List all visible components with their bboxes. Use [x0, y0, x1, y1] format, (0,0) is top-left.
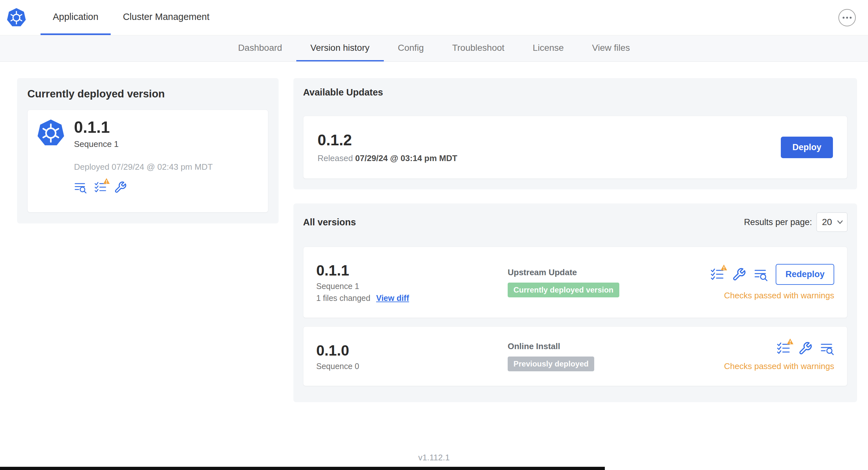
all-versions-header: All versions Results per page: 20 — [303, 212, 847, 232]
ellipsis-icon — [843, 17, 844, 19]
available-update-row: 0.1.2 Released 07/29/24 @ 03:14 pm MDT D… — [303, 116, 847, 179]
row-version-number: 0.1.0 — [316, 342, 508, 359]
version-actions-row: Redeploy — [710, 264, 834, 285]
available-updates-card: Available Updates 0.1.2 Released 07/29/2… — [293, 78, 857, 189]
app-subnav: Dashboard Version history Config Trouble… — [0, 35, 868, 62]
page-footer: v1.112.1 — [0, 452, 868, 463]
update-released-line: Released 07/29/24 @ 03:14 pm MDT — [317, 153, 457, 163]
tab-application-label: Application — [53, 11, 98, 22]
deployed-version-panel: 0.1.1 Sequence 1 Deployed 07/29/24 @ 02:… — [27, 110, 268, 212]
subnav-tab-license[interactable]: License — [519, 35, 578, 61]
version-source-label: Upstream Update — [508, 267, 619, 277]
tab-cluster-management-label: Cluster Management — [123, 11, 210, 22]
deployed-icon-row — [74, 181, 213, 194]
kubernetes-logo-icon — [6, 8, 26, 28]
version-row-0.1.0: 0.1.0 Sequence 0 Online Install Previous… — [303, 326, 847, 386]
warning-triangle-icon — [786, 338, 794, 346]
view-diff-link[interactable]: View diff — [376, 294, 409, 303]
warning-triangle-icon — [103, 178, 110, 186]
deployed-status-badge: Previously deployed — [508, 357, 594, 371]
subnav-tab-config[interactable]: Config — [384, 35, 438, 61]
results-per-page-label: Results per page: — [744, 217, 812, 227]
files-changed-line: 1 files changed View diff — [316, 294, 508, 303]
deployed-sequence: Sequence 1 — [74, 139, 213, 149]
version-actions-block: Checks passed with warnings — [724, 341, 835, 371]
header-tabs: Application Cluster Management — [40, 0, 222, 35]
released-prefix: Released — [317, 153, 353, 163]
row-sequence: Sequence 0 — [316, 362, 508, 371]
deploy-button[interactable]: Deploy — [781, 137, 833, 158]
update-info: 0.1.2 Released 07/29/24 @ 03:14 pm MDT — [317, 131, 457, 163]
checks-status-text: Checks passed with warnings — [724, 361, 835, 371]
version-info: 0.1.1 Sequence 1 1 files changed View di… — [316, 262, 508, 303]
version-row-0.1.1: 0.1.1 Sequence 1 1 files changed View di… — [303, 246, 847, 318]
preflight-checks-icon[interactable] — [710, 267, 724, 281]
version-source-label: Online Install — [508, 341, 594, 351]
preflight-checks-icon[interactable] — [776, 341, 790, 356]
kubernetes-logo-icon — [37, 119, 65, 147]
subnav-tab-version-history-label: Version history — [310, 43, 370, 53]
version-info: 0.1.0 Sequence 0 — [316, 342, 508, 371]
top-nav: Application Cluster Management — [0, 0, 868, 35]
files-changed-count: 1 files changed — [316, 294, 370, 303]
available-updates-title: Available Updates — [303, 87, 847, 98]
deployed-status-badge: Currently deployed version — [508, 282, 619, 297]
all-versions-card: All versions Results per page: 20 0.1.1 … — [293, 203, 857, 402]
console-version: v1.112.1 — [418, 452, 450, 462]
version-actions-row — [776, 341, 834, 356]
deployed-timestamp: Deployed 07/29/24 @ 02:43 pm MDT — [74, 162, 213, 172]
released-date: 07/29/24 @ 03:14 pm MDT — [355, 153, 457, 163]
redeploy-button[interactable]: Redeploy — [776, 264, 834, 285]
preflight-checks-icon[interactable] — [94, 181, 107, 194]
update-version-number: 0.1.2 — [317, 131, 457, 149]
edit-config-icon[interactable] — [114, 181, 127, 194]
release-notes-icon[interactable] — [820, 341, 834, 356]
currently-deployed-title: Currently deployed version — [27, 88, 268, 100]
bottom-edge-bar — [0, 467, 605, 470]
warning-triangle-icon — [720, 264, 727, 272]
subnav-tab-license-label: License — [533, 43, 564, 53]
edit-config-icon[interactable] — [798, 341, 812, 356]
deployed-version-number: 0.1.1 — [74, 119, 213, 136]
row-sequence: Sequence 1 — [316, 281, 508, 291]
subnav-tab-view-files[interactable]: View files — [578, 35, 644, 61]
results-per-page: Results per page: 20 — [744, 212, 847, 232]
subnav-tab-troubleshoot[interactable]: Troubleshoot — [438, 35, 518, 61]
tab-application[interactable]: Application — [40, 0, 111, 35]
version-actions-block: Redeploy Checks passed with warnings — [710, 264, 834, 301]
version-source-block: Upstream Update Currently deployed versi… — [508, 267, 619, 297]
subnav-tab-version-history[interactable]: Version history — [296, 35, 384, 61]
subnav-tab-config-label: Config — [398, 43, 424, 53]
checks-status-text: Checks passed with warnings — [724, 291, 835, 301]
subnav-tab-dashboard[interactable]: Dashboard — [224, 35, 296, 61]
currently-deployed-card: Currently deployed version 0.1.1 Sequenc… — [17, 78, 279, 224]
release-notes-icon[interactable] — [754, 267, 768, 281]
results-per-page-select[interactable]: 20 — [816, 212, 847, 232]
deployed-version-info: 0.1.1 Sequence 1 Deployed 07/29/24 @ 02:… — [74, 119, 213, 203]
release-notes-icon[interactable] — [74, 181, 87, 194]
subnav-tab-dashboard-label: Dashboard — [238, 43, 282, 53]
results-per-page-value: 20 — [822, 217, 832, 227]
version-source-block: Online Install Previously deployed — [508, 341, 594, 371]
all-versions-title: All versions — [303, 217, 356, 228]
row-version-number: 0.1.1 — [316, 262, 508, 279]
edit-config-icon[interactable] — [732, 267, 746, 281]
subnav-tab-troubleshoot-label: Troubleshoot — [452, 43, 504, 53]
subnav-tab-view-files-label: View files — [592, 43, 630, 53]
tab-cluster-management[interactable]: Cluster Management — [111, 0, 222, 35]
chevron-down-icon — [837, 220, 843, 224]
overflow-menu-button[interactable] — [838, 9, 856, 26]
